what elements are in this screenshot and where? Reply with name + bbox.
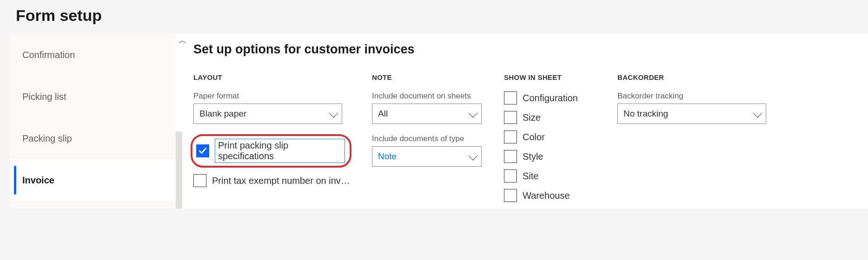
- show-style-label: Style: [523, 151, 543, 162]
- sidebar-item-label: Packing slip: [22, 133, 72, 144]
- sidebar-item-confirmation[interactable]: Confirmation: [10, 34, 176, 76]
- content: Confirmation Picking list Packing slip I…: [0, 34, 868, 208]
- show-warehouse-label: Warehouse: [523, 190, 570, 201]
- sidebar: Confirmation Picking list Packing slip I…: [10, 34, 176, 208]
- backorder-tracking-value: No tracking: [623, 109, 668, 119]
- chevron-down-icon: [469, 151, 478, 161]
- check-icon: [199, 147, 207, 155]
- print-packing-slip-highlight: Print packing slip specifications: [191, 134, 351, 168]
- print-tax-exempt-label: Print tax exempt number on inv…: [212, 176, 350, 186]
- backorder-section-header: BACKORDER: [617, 73, 766, 81]
- layout-section: LAYOUT Paper format Blank paper Print pa…: [193, 73, 351, 208]
- show-style-checkbox[interactable]: [504, 150, 517, 163]
- chevron-down-icon: [753, 109, 762, 118]
- print-tax-exempt-checkbox[interactable]: [193, 174, 206, 187]
- sidebar-item-invoice[interactable]: Invoice: [10, 159, 176, 201]
- sidebar-item-packing-slip[interactable]: Packing slip: [10, 117, 176, 159]
- include-type-select[interactable]: Note: [372, 146, 482, 167]
- print-packing-slip-label: Print packing slip specifications: [215, 139, 345, 163]
- include-on-sheets-select[interactable]: All: [372, 104, 482, 124]
- sidebar-collapse-gutter: ︿: [176, 34, 190, 208]
- paper-format-value: Blank paper: [199, 109, 246, 119]
- chevron-up-icon[interactable]: ︿: [179, 35, 187, 46]
- backorder-tracking-label: Backorder tracking: [617, 91, 766, 101]
- show-site-label: Site: [523, 171, 538, 182]
- show-section-header: SHOW IN SHEET: [504, 73, 597, 81]
- include-on-sheets-value: All: [378, 109, 388, 119]
- show-warehouse-checkbox[interactable]: [504, 189, 517, 202]
- scrollbar-track[interactable]: [176, 131, 182, 208]
- paper-format-select[interactable]: Blank paper: [193, 104, 342, 124]
- main-panel: Set up options for customer invoices LAY…: [190, 34, 868, 208]
- page-title: Form setup: [0, 0, 868, 34]
- backorder-section: BACKORDER Backorder tracking No tracking: [617, 73, 766, 208]
- show-configuration-label: Configuration: [523, 93, 578, 104]
- chevron-down-icon: [469, 109, 478, 118]
- include-type-value: Note: [378, 151, 397, 162]
- sidebar-item-label: Invoice: [22, 175, 54, 186]
- note-section: NOTE Include document on sheets All Incl…: [372, 73, 484, 208]
- sidebar-item-picking-list[interactable]: Picking list: [10, 76, 176, 117]
- paper-format-label: Paper format: [193, 91, 351, 101]
- show-size-label: Size: [523, 112, 541, 123]
- include-on-sheets-label: Include document on sheets: [372, 91, 484, 101]
- show-configuration-checkbox[interactable]: [504, 91, 517, 104]
- print-packing-slip-checkbox[interactable]: [196, 144, 209, 157]
- sidebar-item-label: Picking list: [22, 91, 66, 102]
- show-section: SHOW IN SHEET Configuration Size Color S…: [504, 73, 597, 208]
- show-color-checkbox[interactable]: [504, 130, 517, 143]
- layout-section-header: LAYOUT: [193, 73, 351, 81]
- main-heading: Set up options for customer invoices: [193, 42, 857, 57]
- include-type-label: Include documents of type: [372, 134, 484, 143]
- show-color-label: Color: [523, 132, 545, 143]
- show-site-checkbox[interactable]: [504, 169, 517, 182]
- columns: LAYOUT Paper format Blank paper Print pa…: [193, 73, 857, 208]
- chevron-down-icon: [329, 109, 338, 118]
- sidebar-item-label: Confirmation: [22, 50, 75, 60]
- backorder-tracking-select[interactable]: No tracking: [617, 104, 766, 124]
- show-size-checkbox[interactable]: [504, 111, 517, 124]
- note-section-header: NOTE: [372, 73, 484, 81]
